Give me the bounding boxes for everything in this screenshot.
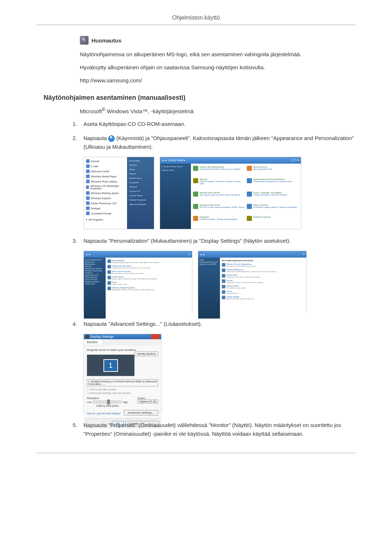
step-2: 2. Napsauta (Käynnistä) ja "Ohjauspaneel…: [73, 134, 356, 151]
resolution-slider: [93, 400, 122, 404]
colors-select: Highest (32 bit): [138, 399, 158, 403]
steps-list: 1. Aseta Käyttöopas-CD CD-ROM-asemaan. 2…: [73, 120, 356, 151]
close-icon: [151, 334, 160, 339]
display-settings-screenshot: ⬛ Display Settings Monitor Drag the icon…: [83, 334, 162, 414]
step-4: 4. Napsauta "Advanced Settings..." (Lisä…: [73, 320, 356, 328]
start-menu-screenshot: Internet E-mail Welcome Center Windows M…: [83, 157, 154, 229]
section-heading: Näytönohjaimen asentaminen (manuaalisest…: [44, 94, 356, 102]
monitor-tab: Monitor: [84, 339, 102, 345]
note-text-2: Hyväksytty alkuperäinen ohjain on saatav…: [80, 63, 356, 72]
os-subtext: Microsoft® Windows Vista™, -käyttöjärjes…: [80, 107, 356, 114]
step-3: 3. Napsauta "Personalization" (Mukauttam…: [73, 237, 356, 245]
step3-screenshots: ◄ ►✕ Control Panel Home System and Maint…: [83, 251, 356, 312]
advanced-settings-button: Advanced Settings...: [124, 410, 158, 415]
footer-divider: [36, 453, 356, 453]
help-link: How do I get the best display?: [87, 412, 121, 415]
page-header-title: Ohjelmiston käyttö: [36, 15, 356, 25]
windows-start-icon: [108, 135, 115, 142]
note-url: http://www.samsung.com/: [80, 76, 356, 85]
monitor-dropdown: 1. (Multiple Monitors) on NVIDIA GeForce…: [87, 379, 158, 386]
identify-monitors-button: Identify Monitors: [135, 352, 158, 356]
note-text-1: Näytönohjaimessa on alkuperäinen MS-logo…: [80, 50, 356, 59]
appearance-panel-screenshot: ◄ ►✕ Control Panel Home System and Maint…: [83, 251, 192, 312]
personalization-panel-screenshot: ◄ ►✕ Tasks Change desktop icons Adjust f…: [198, 251, 307, 312]
step-5: 5. Napsauta "Properties" (Ominaisuudet) …: [73, 421, 356, 438]
note-label: Huomautus: [91, 37, 122, 44]
step-1: 1. Aseta Käyttöopas-CD CD-ROM-asemaan.: [73, 120, 356, 128]
monitor-icon: 1: [103, 359, 118, 372]
note-icon: [80, 36, 89, 45]
note-section: Huomautus Näytönohjaimessa on alkuperäin…: [80, 36, 356, 85]
step2-screenshots: Internet E-mail Welcome Center Windows M…: [83, 157, 356, 229]
control-panel-screenshot: ◄ ► Control Panel ▸ ▢ ▢ ✕ ▸ Control Pane…: [160, 157, 301, 229]
